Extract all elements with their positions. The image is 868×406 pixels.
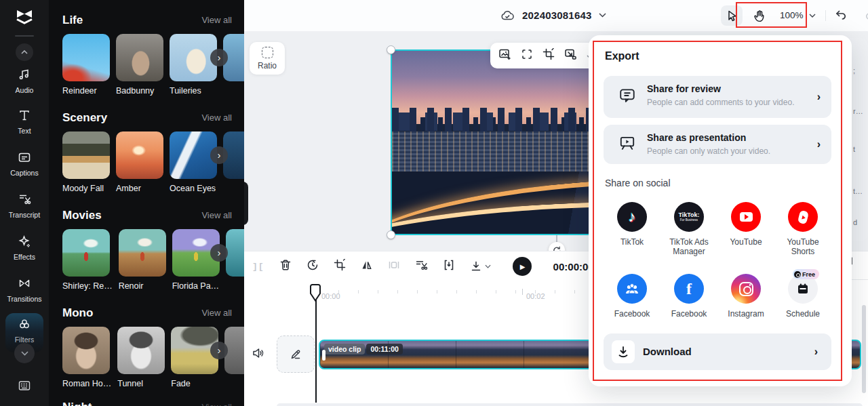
playhead-line[interactable] <box>315 288 317 403</box>
scroll-up-button[interactable] <box>16 43 33 61</box>
filter-card[interactable] <box>223 34 244 96</box>
delete-icon[interactable] <box>279 259 292 274</box>
filter-card[interactable]: Shirley: Re… <box>62 229 113 291</box>
empty-track[interactable] <box>277 403 863 406</box>
reverse-icon[interactable] <box>307 259 319 274</box>
undo-button[interactable] <box>834 8 848 22</box>
youtube-shorts-icon <box>788 202 818 232</box>
share-facebook[interactable]: f Facebook <box>660 274 717 319</box>
filter-thumbnail[interactable] <box>62 131 110 179</box>
share-youtube-shorts[interactable]: YouTube Shorts <box>774 202 831 256</box>
next-arrow-button[interactable]: › <box>210 244 228 262</box>
instagram-icon <box>731 274 761 304</box>
ruler-major-tick <box>522 289 523 295</box>
filter-card[interactable]: Reindeer <box>62 34 110 96</box>
filter-label: Reindeer <box>62 86 110 96</box>
sidebar-item-audio[interactable]: Audio <box>0 68 49 94</box>
share-tiktok-ads[interactable]: TikTok: For Business TikTok Ads Manager <box>660 202 717 256</box>
capcut-logo[interactable] <box>0 8 49 28</box>
hand-tool-button[interactable] <box>749 7 768 24</box>
share-for-review-option[interactable]: Share for review People can add comments… <box>604 76 831 118</box>
filter-card[interactable]: Fade <box>171 327 218 388</box>
filter-card[interactable]: Amber <box>116 131 163 193</box>
chevron-right-icon: › <box>817 91 821 103</box>
filter-card[interactable]: Tuileries <box>170 34 217 96</box>
view-all-link[interactable]: View all <box>201 402 232 406</box>
share-tiktok[interactable]: ♪ TikTok <box>604 202 660 247</box>
sidebar-item-filters[interactable]: Filters <box>0 317 49 344</box>
section-title: Life <box>62 14 83 27</box>
sidebar-item-transitions[interactable]: Transitions <box>0 277 49 303</box>
filter-card[interactable] <box>224 327 244 388</box>
filters-library-panel: Life View all Reindeer Badbunny Tuilerie… <box>49 0 244 406</box>
edit-cover-button[interactable] <box>277 336 315 373</box>
filter-thumbnail[interactable] <box>116 131 163 179</box>
smart-cut-icon[interactable] <box>415 259 428 274</box>
download-clip-icon[interactable] <box>470 260 491 272</box>
share-schedule[interactable]: Free Schedule <box>774 274 831 319</box>
select-tool-button[interactable] <box>721 5 743 26</box>
option-title: Share for review <box>647 83 721 94</box>
next-arrow-button[interactable]: › <box>210 342 228 359</box>
clip-trim-handle[interactable] <box>322 350 326 361</box>
filter-card[interactable]: Florida Pa… <box>172 229 220 291</box>
filter-card[interactable]: Roman Ho… <box>62 327 111 388</box>
share-as-presentation-option[interactable]: Share as presentation People can only wa… <box>604 125 831 164</box>
redo-button[interactable] <box>864 8 868 22</box>
filter-card[interactable]: Renoir <box>119 229 166 291</box>
view-all-link[interactable]: View all <box>201 15 232 25</box>
filter-card[interactable] <box>226 229 244 291</box>
share-facebook-group[interactable]: Facebook <box>604 274 660 319</box>
view-all-link[interactable]: View all <box>201 113 232 123</box>
sidebar-item-effects[interactable]: Effects <box>0 235 49 261</box>
shortcuts-button[interactable] <box>0 380 49 394</box>
share-instagram[interactable]: Instagram <box>717 274 774 319</box>
share-youtube[interactable]: YouTube <box>717 202 774 247</box>
view-all-link[interactable]: View all <box>201 308 232 318</box>
crop-icon[interactable] <box>542 48 555 63</box>
resize-handle-bottom-left[interactable] <box>387 230 395 239</box>
view-all-link[interactable]: View all <box>201 210 232 220</box>
crop-icon[interactable] <box>334 259 346 274</box>
sidebar-item-text[interactable]: Text <box>0 108 49 135</box>
filter-thumbnail[interactable] <box>116 34 163 81</box>
filter-thumbnail[interactable] <box>226 229 244 277</box>
filter-thumbnail[interactable] <box>62 327 110 374</box>
zoom-chevron-down-icon[interactable] <box>809 14 816 18</box>
scroll-down-button[interactable] <box>14 343 35 363</box>
sidebar-item-transcript[interactable]: Transcript <box>0 192 49 219</box>
add-media-icon[interactable] <box>498 48 511 63</box>
next-arrow-button[interactable]: › <box>210 146 228 164</box>
filter-card[interactable] <box>223 131 244 193</box>
vertical-scrollbar[interactable] <box>862 305 866 393</box>
filter-card[interactable]: Ocean Eyes <box>170 131 217 193</box>
free-badge: Free <box>793 269 819 279</box>
mute-track-icon[interactable] <box>252 346 265 363</box>
cloud-save-icon[interactable] <box>500 9 515 22</box>
project-chevron-down-icon[interactable] <box>599 13 606 18</box>
ratio-button[interactable]: Ratio <box>250 42 285 75</box>
next-arrow-button[interactable]: › <box>210 49 228 66</box>
filter-thumbnail[interactable] <box>62 34 110 81</box>
split-insert-icon[interactable] <box>443 259 455 274</box>
filter-card[interactable]: Badbunny <box>116 34 163 96</box>
project-title[interactable]: 202403081643 <box>522 9 592 21</box>
download-option[interactable]: Download › <box>604 333 831 370</box>
filter-thumbnail[interactable] <box>117 327 165 374</box>
mirror-icon[interactable] <box>361 259 373 274</box>
fit-screen-icon[interactable] <box>521 48 533 63</box>
filter-thumbnail[interactable] <box>119 229 166 277</box>
section-title: Movies <box>62 209 102 222</box>
zoom-level[interactable]: 100% <box>780 10 804 20</box>
play-button[interactable]: ▶ <box>513 257 532 276</box>
filter-thumbnail[interactable] <box>62 229 110 277</box>
current-time: 00:00:00 <box>553 261 594 272</box>
replace-media-icon[interactable] <box>564 48 577 63</box>
social-label: YouTube Shorts <box>774 237 831 256</box>
sidebar-item-captions[interactable]: Captions <box>0 150 49 177</box>
filter-card[interactable]: Tunnel <box>117 327 165 388</box>
filter-card[interactable]: Moody Fall <box>62 131 110 193</box>
resize-handle-top-left[interactable] <box>387 45 395 54</box>
playhead-handle[interactable] <box>310 284 321 304</box>
ratio-icon <box>262 47 273 58</box>
